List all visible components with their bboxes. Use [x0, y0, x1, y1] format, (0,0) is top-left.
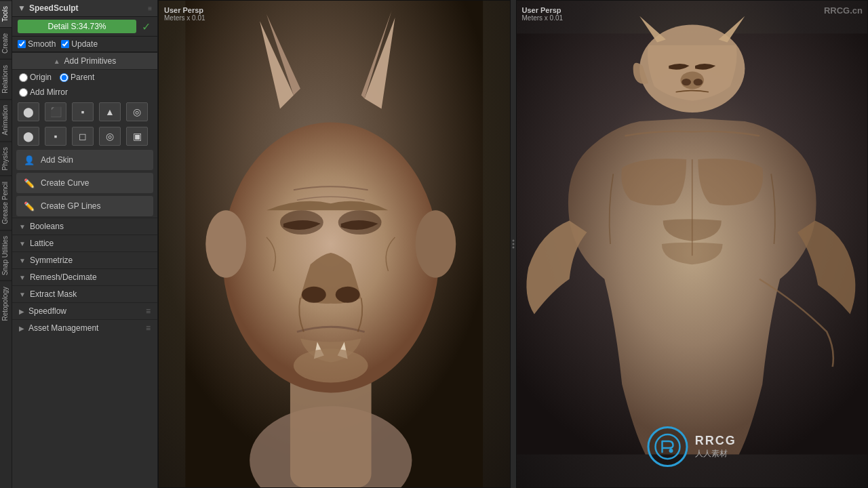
smooth-checkbox[interactable] [18, 40, 26, 48]
prim-cube-icon[interactable]: ▪ [72, 102, 94, 121]
svg-point-9 [336, 287, 360, 303]
asset-management-label: Asset Management [28, 323, 98, 333]
create-curve-button[interactable]: ✏️ Create Curve [16, 173, 153, 193]
update-checkbox[interactable] [61, 40, 69, 48]
symmetrize-label: Symmetrize [30, 256, 73, 265]
create-gp-icon: ✏️ [23, 200, 35, 212]
create-curve-label: Create Curve [41, 178, 89, 188]
remesh-chevron-icon: ▼ [19, 274, 26, 281]
vtab-grease-pencil[interactable]: Grease Pencil [0, 176, 12, 230]
svg-point-10 [294, 349, 368, 383]
origin-parent-row: Origin Parent [12, 70, 157, 85]
prim-cone-icon[interactable]: ▲ [99, 102, 121, 121]
add-primitives-label: Add Primitives [64, 56, 117, 66]
svg-point-11 [512, 240, 514, 242]
parent-radio-label[interactable]: Parent [60, 73, 94, 82]
prim-plane-icon[interactable]: ▪ [45, 127, 66, 146]
svg-point-6 [280, 210, 323, 235]
prim-extra-icon[interactable]: ▣ [126, 127, 148, 146]
speedflow-label: Speedflow [28, 306, 66, 316]
smooth-update-row: Smooth Update [12, 37, 157, 52]
add-mirror-label: Add Mirror [30, 87, 68, 97]
symmetrize-chevron-icon: ▼ [19, 257, 26, 264]
smooth-checkbox-label[interactable]: Smooth [18, 39, 56, 49]
prim-ico-icon[interactable]: ⬤ [18, 127, 39, 146]
booleans-row[interactable]: ▼ Booleans [12, 218, 157, 235]
prim-ring-icon[interactable]: ◎ [99, 127, 121, 146]
svg-point-8 [302, 287, 326, 303]
primitives-arrow-icon: ▲ [54, 58, 60, 65]
origin-radio-label[interactable]: Origin [19, 73, 52, 82]
svg-point-7 [338, 210, 382, 235]
vtab-relations[interactable]: Relations [0, 59, 12, 99]
vtab-create[interactable]: Create [0, 27, 12, 59]
smooth-label: Smooth [28, 39, 56, 49]
prim-sphere-icon[interactable]: ⬤ [18, 102, 39, 121]
update-checkbox-label[interactable]: Update [61, 39, 98, 49]
add-mirror-row: Add Mirror [12, 85, 157, 100]
extract-mask-chevron-icon: ▼ [19, 291, 26, 298]
add-mirror-radio[interactable] [19, 88, 28, 97]
lattice-label: Lattice [30, 239, 54, 248]
primitives-grid-row1: ⬤ ⬛ ▪ ▲ ◎ [12, 100, 157, 124]
parent-radio[interactable] [60, 73, 68, 82]
parent-label: Parent [71, 73, 94, 82]
speedflow-section[interactable]: ▶ Speedflow ≡ [12, 302, 157, 319]
booleans-chevron-icon: ▼ [19, 223, 26, 230]
origin-label: Origin [30, 73, 52, 82]
speedflow-menu-icon[interactable]: ≡ [146, 306, 151, 316]
vtab-tools[interactable]: Tools [0, 0, 12, 27]
vtab-retopology[interactable]: Retopology [0, 281, 12, 327]
svg-point-5 [415, 210, 456, 278]
monster-body-render-right [517, 1, 868, 487]
panel-collapse-icon: ▼ [18, 3, 26, 13]
viewport-row: User Persp Meters x 0.01 [158, 0, 868, 488]
add-skin-button[interactable]: 👤 Add Skin [16, 150, 153, 170]
prim-torus-icon[interactable]: ◎ [126, 102, 148, 121]
symmetrize-row[interactable]: ▼ Symmetrize [12, 251, 157, 268]
add-mirror-label-el[interactable]: Add Mirror [19, 87, 68, 97]
add-skin-icon: 👤 [23, 154, 35, 166]
viewports-area: RRCG.cn User Persp Meters x 0.01 [158, 0, 868, 488]
svg-point-18 [693, 79, 703, 85]
update-label: Update [71, 39, 98, 49]
svg-point-13 [512, 247, 514, 249]
vtab-animation[interactable]: Animation [0, 99, 12, 140]
viewport-divider[interactable] [511, 0, 516, 488]
detail-button[interactable]: Detail S:34.73% [18, 20, 136, 33]
create-gp-lines-label: Create GP Lines [41, 201, 101, 211]
confirm-button[interactable]: ✓ [140, 20, 152, 33]
extract-mask-label: Extract Mask [30, 289, 77, 299]
lattice-row[interactable]: ▼ Lattice [12, 235, 157, 251]
create-curve-icon: ✏️ [23, 177, 35, 189]
viewport-right[interactable]: User Persp Meters x 0.01 [516, 0, 869, 488]
panel-title: SpeedSculpt [29, 3, 79, 13]
lattice-chevron-icon: ▼ [19, 240, 26, 247]
prim-circ-icon[interactable]: ◻ [72, 127, 94, 146]
add-skin-label: Add Skin [41, 155, 73, 165]
remesh-decimate-row[interactable]: ▼ Remesh/Decimate [12, 268, 157, 285]
booleans-label: Booleans [30, 222, 64, 231]
speedflow-arrow-icon: ▶ [19, 308, 24, 315]
panel-menu-icon[interactable]: ≡ [148, 5, 152, 12]
detail-bar: Detail S:34.73% ✓ [12, 17, 157, 37]
primitives-grid-row2: ⬤ ▪ ◻ ◎ ▣ [12, 124, 157, 148]
prim-cylinder-icon[interactable]: ⬛ [45, 102, 66, 121]
asset-management-arrow-icon: ▶ [19, 325, 24, 332]
asset-management-section[interactable]: ▶ Asset Management ≡ [12, 319, 157, 336]
remesh-decimate-label: Remesh/Decimate [30, 272, 97, 282]
vtab-snap-utilities[interactable]: Snap Utilities [0, 230, 12, 281]
panel-header: ▼ SpeedSculpt ≡ [12, 0, 157, 17]
extract-mask-row[interactable]: ▼ Extract Mask [12, 285, 157, 302]
origin-radio[interactable] [19, 73, 28, 82]
monster-head-render-left [159, 1, 510, 487]
viewport-left[interactable]: User Persp Meters x 0.01 [158, 0, 511, 488]
add-primitives-button[interactable]: ▲ Add Primitives [12, 52, 157, 70]
svg-point-4 [205, 210, 246, 278]
vtab-physics[interactable]: Physics [0, 141, 12, 176]
svg-point-12 [512, 243, 514, 245]
vertical-tabs-panel: Tools Create Relations Animation Physics… [0, 0, 12, 488]
create-gp-lines-button[interactable]: ✏️ Create GP Lines [16, 196, 153, 216]
asset-management-menu-icon[interactable]: ≡ [146, 323, 151, 333]
side-panel: ▼ SpeedSculpt ≡ Detail S:34.73% ✓ Smooth… [12, 0, 158, 488]
